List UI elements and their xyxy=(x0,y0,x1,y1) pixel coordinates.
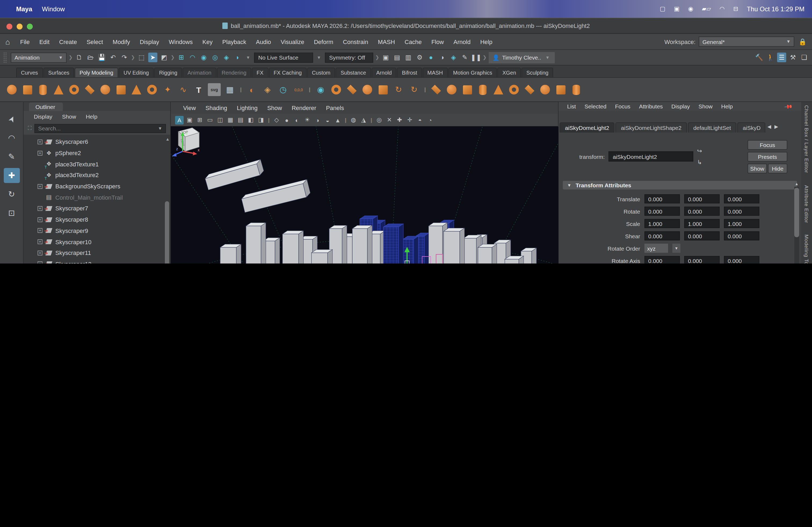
side-tab-attribute-editor[interactable]: Attribute Editor xyxy=(804,185,810,223)
ae-menu-help[interactable]: Help xyxy=(717,103,737,110)
outliner-item[interactable]: +➜Skyscraper12 xyxy=(24,258,170,264)
menu-modify[interactable]: Modify xyxy=(108,39,135,45)
viewport-menu-renderer[interactable]: Renderer xyxy=(287,105,321,111)
attr-field[interactable]: 0.000 xyxy=(684,207,720,216)
outliner-item[interactable]: +➜Skyscraper9 xyxy=(24,225,170,236)
menu-windows[interactable]: Windows xyxy=(164,39,198,45)
control-center-icon[interactable]: ⊟ xyxy=(733,5,738,12)
shelf-icon-torus[interactable] xyxy=(146,83,158,96)
shelf-tab-substance[interactable]: Substance xyxy=(336,67,371,77)
transform-attributes-section[interactable]: ▼Transform Attributes xyxy=(563,181,797,190)
move-tool[interactable]: ✚ xyxy=(3,168,19,183)
menu-bar-clock[interactable]: Thu Oct 16 1:29 PM xyxy=(747,5,804,13)
display-icon[interactable]: ▢ xyxy=(660,5,665,12)
outliner-item[interactable]: +➜Skyscraper11 xyxy=(24,247,170,258)
shelf-tab-poly-modeling[interactable]: Poly Modeling xyxy=(75,67,118,77)
shelf-tab-rigging[interactable]: Rigging xyxy=(154,67,182,77)
shelf-tab-surfaces[interactable]: Surfaces xyxy=(43,67,74,77)
single-pane-icon[interactable]: ▣ xyxy=(3,260,19,264)
render-settings-icon[interactable]: ⚙ xyxy=(415,52,424,62)
launch-render-icon[interactable]: ✎ xyxy=(460,52,469,62)
select-tool[interactable]: ➤ xyxy=(1,109,22,130)
viewport-aa-icon[interactable]: ▲ xyxy=(334,116,342,124)
shelf-tab-sculpting[interactable]: Sculpting xyxy=(521,67,553,77)
minimize-window-button[interactable] xyxy=(17,24,23,30)
snap-projected-icon[interactable]: ◎ xyxy=(211,52,220,62)
menu-create[interactable]: Create xyxy=(54,39,82,45)
viewport-menu-shading[interactable]: Shading xyxy=(201,105,232,111)
hide-button[interactable]: Hide xyxy=(768,164,787,174)
attr-field[interactable]: 0.000 xyxy=(644,256,680,264)
select-object-icon[interactable]: ➤ xyxy=(148,52,157,62)
viewport-safe-action-icon[interactable]: ◧ xyxy=(246,116,255,124)
shelf-icon-arrow-box[interactable] xyxy=(523,83,536,96)
menu-help[interactable]: Help xyxy=(475,39,497,45)
close-window-button[interactable] xyxy=(6,24,12,30)
menu-audio[interactable]: Audio xyxy=(251,39,276,45)
play-icon[interactable]: ◉ xyxy=(688,5,693,12)
ae-tab-aiSkyDomeLight2[interactable]: aiSkyDomeLight2 xyxy=(560,122,615,133)
attr-field[interactable]: 1.000 xyxy=(724,219,759,228)
shelf-icon-lattice[interactable] xyxy=(554,83,567,96)
shelf-tab-fx[interactable]: FX xyxy=(252,67,269,77)
ae-menu-focus[interactable]: Focus xyxy=(611,103,635,110)
viewport-gamma-icon[interactable]: ◔ xyxy=(426,116,434,124)
menu-cache[interactable]: Cache xyxy=(400,39,427,45)
viewport-menu-panels[interactable]: Panels xyxy=(321,105,349,111)
presets-button[interactable]: Presets xyxy=(748,152,787,162)
statusline-grip[interactable] xyxy=(3,52,7,63)
outliner-search-input[interactable]: Search...▼ xyxy=(34,124,166,133)
expand-icon[interactable]: + xyxy=(38,184,42,189)
attr-field[interactable]: 0.000 xyxy=(684,256,720,264)
viewport-safe-title-icon[interactable]: ◨ xyxy=(257,116,265,124)
rotate-tool[interactable]: ↻ xyxy=(3,187,19,202)
show-shape-icon[interactable]: ↳ xyxy=(697,159,702,166)
viewport-grid-icon[interactable]: ⊞ xyxy=(195,116,204,124)
screen-mirroring-icon[interactable]: ▣ xyxy=(674,5,680,12)
select-component-icon[interactable]: ◩ xyxy=(160,52,169,62)
open-scene-icon[interactable]: 🗁 xyxy=(86,52,95,62)
side-tab-modeling-toolkit[interactable]: Modeling Toolkit xyxy=(804,235,810,264)
render-view-icon[interactable]: ▣ xyxy=(381,52,390,62)
select-hierarchy-icon[interactable]: ⬚ xyxy=(137,52,146,62)
menu-constrain[interactable]: Constrain xyxy=(338,39,373,45)
viewport-snap-box-icon[interactable]: A xyxy=(175,116,184,124)
attr-field[interactable]: 0.000 xyxy=(644,195,680,204)
shelf-icon-cube-split[interactable] xyxy=(345,83,358,96)
swap-node-icon[interactable]: ↪ xyxy=(697,148,702,154)
menu-flow[interactable]: Flow xyxy=(426,39,448,45)
shelf-tab-curves[interactable]: Curves xyxy=(16,67,43,77)
outliner-menu-show[interactable]: Show xyxy=(58,113,80,120)
undo-icon[interactable]: ↶ xyxy=(108,52,118,62)
shelf-icon-spin1[interactable]: ↻ xyxy=(392,83,405,96)
tool-settings-toggle-icon[interactable]: ❏ xyxy=(800,52,809,62)
shelf-tab-fx-caching[interactable]: FX Caching xyxy=(269,67,307,77)
expand-icon[interactable]: + xyxy=(38,239,42,244)
outliner-item[interactable]: +➜BackgroundSkyScrapers xyxy=(24,181,170,192)
rotate-order-dropdown[interactable]: xyz xyxy=(644,244,668,253)
ae-menu-selected[interactable]: Selected xyxy=(580,103,611,110)
shelf-icon-cone[interactable] xyxy=(52,83,65,96)
menu-arnold[interactable]: Arnold xyxy=(449,39,476,45)
shelf-icon-circle-teal[interactable]: ◉ xyxy=(314,83,327,96)
ae-menu-list[interactable]: List xyxy=(563,103,580,110)
shelf-icon-booleans[interactable] xyxy=(445,83,458,96)
viewport-ao-icon[interactable]: ◒ xyxy=(323,116,332,124)
paint-effects-icon[interactable]: ◑ xyxy=(438,52,447,62)
side-tab-channel-box-layer-editor[interactable]: Channel Box / Layer Editor xyxy=(804,105,810,173)
menu-display[interactable]: Display xyxy=(135,39,164,45)
shelf-icon-clock[interactable]: ◷ xyxy=(277,83,289,96)
menu-file[interactable]: File xyxy=(15,39,34,45)
outliner-item[interactable]: +❖pSphere2 xyxy=(24,147,170,158)
tab-scroll-left-icon[interactable]: ◀ xyxy=(766,124,772,129)
viewport-exposure-icon[interactable]: ◓ xyxy=(416,116,424,124)
menu-select[interactable]: Select xyxy=(82,39,108,45)
attribute-editor-toggle-icon[interactable]: ⚒ xyxy=(788,52,798,62)
viewport-plane-z-icon[interactable]: ✛ xyxy=(405,116,414,124)
expand-icon[interactable]: + xyxy=(38,217,42,222)
outliner-item[interactable]: ❖Tplace3dTexture2 xyxy=(24,169,170,181)
menu-set-dropdown[interactable]: Animation▼ xyxy=(11,52,67,62)
wifi-icon[interactable]: ◠ xyxy=(720,5,725,12)
symmetry-field[interactable]: Symmetry: Off xyxy=(325,52,373,62)
save-scene-icon[interactable]: 💾 xyxy=(97,52,106,62)
